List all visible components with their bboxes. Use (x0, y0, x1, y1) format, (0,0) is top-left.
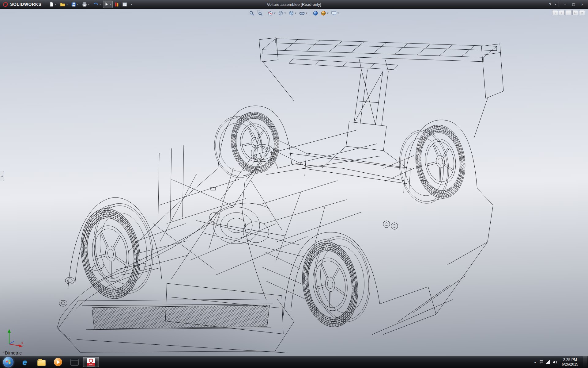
collapse-pane-button[interactable]: ‹ (552, 10, 558, 15)
dropdown-arrow-icon[interactable] (327, 13, 329, 14)
dropdown-arrow-icon[interactable] (284, 13, 286, 14)
select-cursor-icon (104, 2, 108, 7)
toolbar-separator (265, 10, 265, 16)
dropdown-arrow-icon[interactable] (99, 4, 101, 5)
view-orientation-button[interactable] (277, 10, 287, 17)
print-button[interactable] (81, 1, 91, 8)
zoom-to-fit-icon (249, 10, 254, 16)
taskbar-item-console[interactable] (66, 357, 82, 367)
folder-icon (37, 360, 46, 366)
taskbar-clock[interactable]: 2:25 PM 6/26/2015 (560, 358, 580, 367)
titlebar: SOLIDWORKS (0, 0, 588, 9)
taskbar-item-media-player[interactable] (50, 357, 66, 367)
new-document-icon (49, 2, 54, 7)
body-far-side (129, 98, 493, 314)
viewport-3d[interactable]: ‹ › – □ × ◂ x *Dimetric (0, 9, 588, 356)
dropdown-arrow-icon[interactable] (295, 13, 296, 14)
show-desktop-button[interactable] (583, 356, 587, 368)
drawing-sheet-button[interactable] (121, 1, 129, 8)
taskbar-item-solidworks[interactable]: 2015 (83, 357, 99, 367)
pane-controls: ‹ › – □ × (552, 10, 585, 15)
media-player-icon (54, 358, 62, 366)
dropdown-arrow-icon[interactable] (306, 13, 307, 14)
taskbar-item-internet-explorer[interactable]: e (17, 357, 33, 367)
save-button[interactable] (70, 1, 80, 8)
panel-collapse-tab[interactable]: ◂ (0, 171, 4, 181)
triad-x-arrow (19, 344, 23, 347)
main-toolbar (48, 1, 134, 8)
coordinate-triad: x (4, 328, 25, 349)
tray-expand-icon[interactable]: ▲ (534, 361, 537, 364)
action-center-flag-icon[interactable] (539, 360, 543, 364)
doc-minimize-button[interactable]: – (566, 10, 571, 15)
expand-pane-button[interactable]: › (559, 10, 565, 15)
edit-appearance-hud-button[interactable] (312, 10, 319, 17)
triad-y-arrow (8, 329, 11, 333)
toolbar-separator (46, 1, 46, 7)
hide-show-items-icon (299, 10, 305, 16)
dropdown-arrow-icon[interactable] (77, 4, 79, 5)
maximize-button[interactable]: □ (570, 1, 578, 7)
screen: SOLIDWORKS (0, 0, 588, 368)
zoom-to-area-button[interactable] (256, 10, 263, 17)
clock-date: 6/26/2015 (562, 362, 578, 367)
taskbar-item-file-explorer[interactable] (33, 357, 49, 367)
dropdown-arrow-icon[interactable] (130, 4, 132, 5)
drawing-sheet-icon (122, 2, 127, 7)
window-controls: ? – □ × (546, 1, 588, 7)
view-settings-icon (331, 10, 337, 16)
triad-x-label: x (21, 341, 23, 345)
dropdown-arrow-icon[interactable] (55, 4, 57, 5)
dropdown-arrow-icon[interactable] (337, 13, 339, 14)
display-style-icon (288, 10, 294, 16)
toolbar-options-button[interactable] (129, 1, 134, 8)
doc-close-button[interactable]: × (579, 10, 585, 15)
network-icon[interactable] (546, 360, 550, 364)
triad-z-axis (9, 341, 14, 344)
close-button[interactable]: × (578, 1, 586, 7)
windows-flag-icon (6, 360, 11, 364)
internet-explorer-icon: e (23, 358, 27, 366)
solidworks-logo: SOLIDWORKS (0, 2, 44, 7)
open-button[interactable] (58, 1, 70, 8)
solidworks-taskbar-icon: 2015 (87, 358, 95, 366)
edit-appearance-button[interactable] (113, 1, 120, 8)
help-dropdown-icon[interactable] (555, 4, 556, 5)
appearance-swatch-icon (115, 2, 119, 7)
dropdown-arrow-icon[interactable] (109, 4, 111, 5)
rear-wing (259, 38, 503, 151)
windows-orb-icon (3, 357, 13, 367)
window-title: Voiture assemblee [Read-only] (267, 2, 321, 7)
hide-show-items-button[interactable] (298, 10, 308, 17)
wireframe-model (0, 9, 588, 356)
select-button[interactable] (103, 1, 113, 8)
minimize-button[interactable]: – (561, 1, 569, 7)
taskbar: e 2015 ▲ (0, 356, 588, 368)
section-view-icon (268, 10, 273, 16)
apply-scene-button[interactable] (320, 10, 330, 17)
zoom-to-area-icon (257, 10, 262, 16)
new-document-button[interactable] (48, 1, 58, 8)
wheel-rear-right (395, 122, 469, 206)
display-style-button[interactable] (288, 10, 297, 17)
wheel-rear-left (296, 232, 377, 331)
zoom-to-fit-button[interactable] (248, 10, 255, 17)
front-splitter (58, 299, 453, 353)
solidworks-version-badge: 2015 (87, 363, 95, 366)
section-view-button[interactable] (267, 10, 277, 17)
view-settings-button[interactable] (330, 10, 340, 17)
toolbar-separator (310, 10, 310, 16)
solidworks-logo-icon (2, 2, 9, 7)
undo-button[interactable] (92, 1, 103, 8)
view-orientation-label: *Dimetric (3, 350, 22, 355)
volume-icon[interactable] (553, 360, 557, 364)
dropdown-arrow-icon[interactable] (66, 4, 68, 5)
solidworks-mark-icon (88, 358, 94, 363)
clock-time: 2:25 PM (562, 358, 578, 362)
doc-restore-button[interactable]: □ (572, 10, 578, 15)
controls-separator (559, 1, 559, 7)
start-button[interactable] (0, 356, 17, 368)
help-button[interactable]: ? (546, 1, 554, 7)
dropdown-arrow-icon[interactable] (274, 13, 276, 14)
dropdown-arrow-icon[interactable] (88, 4, 90, 5)
